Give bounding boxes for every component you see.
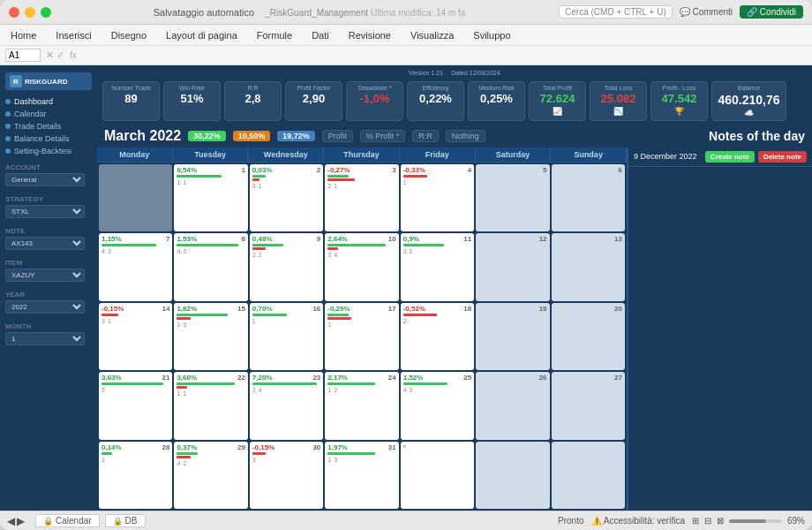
- next-sheet-button[interactable]: ▶: [17, 515, 25, 527]
- nav-dot-trade: [5, 124, 11, 129]
- page-view-icon[interactable]: ⊟: [704, 516, 711, 526]
- cell-w4-d3[interactable]: 7,20% 23 34: [250, 372, 323, 439]
- item-select[interactable]: XAZUY EURSD EUROP EURPF USGUS CADUV: [5, 269, 85, 282]
- cell-w2-d4[interactable]: 2,64% 10 34: [325, 233, 398, 300]
- stats-row: Number Trade 89 Win Rate 51% R:R 2,8 Pro…: [97, 78, 812, 125]
- cell-w3-d3[interactable]: 0,70% 16 1: [250, 303, 323, 370]
- cell-day: 9: [317, 235, 320, 243]
- cell-w4-d4[interactable]: 2,17% 24 12: [325, 372, 398, 439]
- cell-w5-d4[interactable]: 1,97% 31 13: [325, 442, 398, 509]
- layout-view-icon[interactable]: ⊠: [717, 516, 724, 526]
- nav-trade-details[interactable]: Trade Details: [0, 120, 97, 132]
- comments-btn[interactable]: 💬 Commenti: [680, 7, 733, 17]
- filter-profit[interactable]: Profit: [322, 130, 353, 142]
- cell-w4-d1[interactable]: 3,63% 21 5: [99, 372, 172, 439]
- menu-formule[interactable]: Formule: [253, 28, 296, 42]
- cell-w2-d1[interactable]: 1,15% 7 43: [99, 233, 172, 300]
- strategy-select[interactable]: STXL GTX8 NX24: [5, 205, 85, 218]
- cell-w5-d6[interactable]: [476, 442, 549, 509]
- cell-bars: [403, 244, 471, 246]
- menu-home[interactable]: Home: [7, 28, 40, 42]
- cell-day: 1: [241, 166, 244, 174]
- cell-w5-d7[interactable]: [552, 442, 625, 509]
- item-label: ITEM: [5, 259, 92, 267]
- search-box[interactable]: Cerca (CMD + CTRL + U): [559, 5, 673, 19]
- cell-w1-d3[interactable]: 0,03% 2 31: [250, 164, 323, 231]
- menu-visualizza[interactable]: Visualizza: [407, 28, 457, 42]
- cell-w3-d4[interactable]: -0,29% 17 1: [325, 303, 398, 370]
- nav-dashboard[interactable]: Dashboard: [0, 95, 97, 108]
- menu-revisione[interactable]: Revisione: [345, 28, 395, 42]
- close-button[interactable]: [9, 7, 19, 18]
- cell-w2-d6[interactable]: 12: [476, 233, 549, 300]
- prev-sheet-button[interactable]: ◀: [7, 515, 15, 527]
- cell-pct: 7,20%: [252, 374, 273, 382]
- cell-w1-d6[interactable]: 5: [476, 164, 549, 231]
- grid-view-icon[interactable]: ⊞: [692, 516, 699, 526]
- bar-green: [102, 452, 112, 455]
- formula-input[interactable]: [82, 50, 807, 60]
- cell-w4-d7[interactable]: 27: [552, 372, 625, 439]
- year-label: YEAR: [5, 291, 92, 299]
- stat-label-mr: Medium Risk: [478, 85, 514, 92]
- notes-panel: 9 December 2022 Create note Delete note: [627, 148, 812, 511]
- nav-balance-details[interactable]: Balance Details: [0, 132, 97, 145]
- zoom-bar[interactable]: [729, 519, 782, 523]
- cell-w5-d3[interactable]: -0,15% 30 3: [250, 442, 323, 509]
- menu-disegno[interactable]: Disegno: [108, 28, 150, 42]
- chart-down-icon: 📉: [613, 107, 623, 116]
- cell-w2-d5[interactable]: 0,9% 11 31: [401, 233, 474, 300]
- sidebar-note-section: NOTE AX143 AX142 NX99: [0, 224, 97, 253]
- cell-w5-d2[interactable]: 0,37% 29 42: [174, 442, 247, 509]
- cell-day: 26: [539, 374, 547, 382]
- cell-w2-d7[interactable]: 13: [552, 233, 625, 300]
- nav-dot-dashboard: [5, 99, 11, 104]
- nav-calendar[interactable]: Calendar: [0, 108, 97, 120]
- year-select[interactable]: 2022: [5, 300, 85, 314]
- menu-dati[interactable]: Dati: [308, 28, 333, 42]
- stat-value-tl: 25.082: [601, 92, 636, 107]
- filter-nothing[interactable]: Nothing: [446, 130, 485, 142]
- cell-w1-d4[interactable]: -0,27% 3 21: [325, 164, 398, 231]
- cell-reference[interactable]: [5, 49, 41, 62]
- cell-bars: [252, 244, 320, 250]
- minimize-button[interactable]: [25, 7, 35, 18]
- cell-w5-d5[interactable]: *: [401, 442, 474, 509]
- cell-w4-d5[interactable]: 1,52% 25 43: [401, 372, 474, 439]
- menu-sviluppo[interactable]: Sviluppo: [470, 28, 514, 42]
- account-select[interactable]: General 232400 C45A3A: [5, 173, 85, 186]
- cell-w3-d5[interactable]: -0,52% 18 2: [401, 303, 474, 370]
- cell-w2-d3[interactable]: 0,48% 9 22: [250, 233, 323, 300]
- maximize-button[interactable]: [41, 7, 51, 18]
- tab-calendar[interactable]: 🔒 Calendar: [35, 514, 100, 527]
- cell-w3-d1[interactable]: -0,15% 14 31: [99, 303, 172, 370]
- cell-day: 30: [312, 443, 320, 451]
- nav-dot-balance: [5, 136, 11, 141]
- cell-w3-d2[interactable]: 1,82% 15 13: [174, 303, 247, 370]
- cell-day: 5: [543, 166, 546, 174]
- month-select[interactable]: 1 2 3 4: [5, 332, 85, 345]
- calendar-main: Monday Tuesday Wednesday Thursday Friday…: [97, 148, 627, 511]
- cell-day: 23: [312, 374, 320, 382]
- cell-w1-d5[interactable]: -0,33% 4 1: [401, 164, 474, 231]
- filter-rr[interactable]: R:R: [412, 130, 439, 142]
- share-btn[interactable]: 🔗 Condividi: [740, 5, 803, 19]
- cell-w1-d7[interactable]: 6: [552, 164, 625, 231]
- cell-w4-d6[interactable]: 26: [476, 372, 549, 439]
- tab-db[interactable]: 🔒 DB: [105, 514, 146, 527]
- filter-profit-pct[interactable]: % Profit *: [360, 130, 406, 142]
- note-select[interactable]: AX143 AX142 NX99: [5, 237, 85, 250]
- create-note-button[interactable]: Create note: [705, 151, 755, 163]
- menu-inserisci[interactable]: Inserisci: [52, 28, 94, 42]
- delete-note-button[interactable]: Delete note: [758, 151, 807, 163]
- cell-w5-d1[interactable]: 0,14% 28 1: [99, 442, 172, 509]
- nav-settings[interactable]: Setting-Backtesi: [0, 145, 97, 157]
- cell-w1-d2[interactable]: 0,54% 1 11: [174, 164, 247, 231]
- cell-w4-d2[interactable]: 3,60% 22 11: [174, 372, 247, 439]
- cell-w3-d7[interactable]: 20: [552, 303, 625, 370]
- cell-w2-d2[interactable]: 1,53% 8 43: [174, 233, 247, 300]
- cell-w1-empty1[interactable]: [99, 164, 172, 231]
- cell-w3-d6[interactable]: 19: [476, 303, 549, 370]
- cell-bars: [177, 244, 244, 246]
- menu-layout[interactable]: Layout di pagina: [162, 28, 241, 42]
